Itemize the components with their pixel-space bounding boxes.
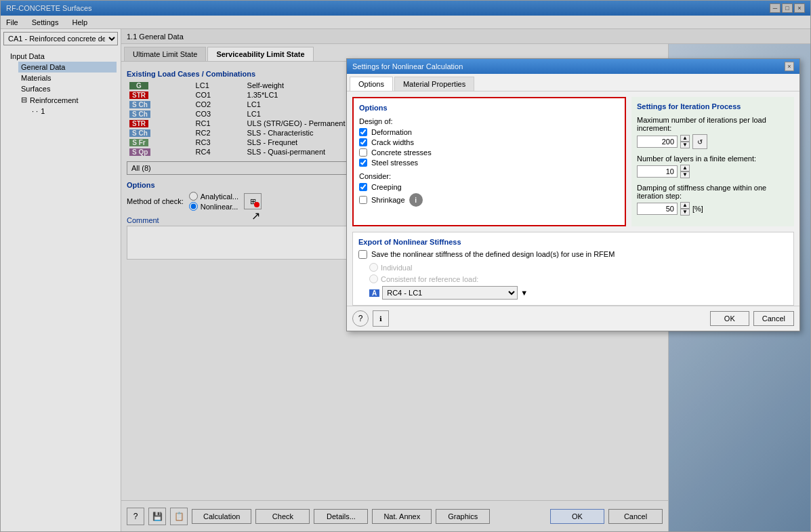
- setting-label-2: Number of layers in a finite element:: [637, 155, 789, 163]
- dialog-ok-btn[interactable]: OK: [710, 311, 749, 326]
- dialog-title-bar: Settings for Nonlinear Calculation ×: [347, 59, 799, 74]
- dialog-help-btn[interactable]: ?: [352, 310, 369, 327]
- setting-input-row-3: ▲ ▼ [%]: [637, 202, 789, 216]
- setting-label-3: Damping of stiffness change within one i…: [637, 184, 789, 200]
- export-checkbox-label: Save the nonlinear stiffness of the defi…: [371, 250, 615, 258]
- setting-input-row-1: ▲ ▼ ↺: [637, 134, 789, 149]
- percent-label: [%]: [692, 205, 703, 213]
- checkbox-concrete-stresses: Concrete stresses: [359, 148, 619, 157]
- dialog-tab-material[interactable]: Material Properties: [394, 77, 474, 91]
- dialog-info-btn[interactable]: ℹ: [373, 310, 389, 327]
- export-individual: Individual: [369, 263, 788, 272]
- spin-group-2: ▲ ▼: [680, 165, 690, 178]
- options-panel: Options Design of: Deformation Crack wid…: [352, 97, 626, 226]
- spin-down-2[interactable]: ▼: [680, 171, 690, 178]
- spin-up-2[interactable]: ▲: [680, 165, 690, 171]
- creeping-label: Creeping: [371, 183, 402, 191]
- settings-panel-title: Settings for Iteration Process: [637, 102, 789, 110]
- chevron-down-icon: ▼: [520, 289, 528, 297]
- setting-input-3[interactable]: [637, 203, 678, 215]
- export-title: Export of Nonlinear Stiffness: [358, 238, 788, 246]
- dialog-bottom: ? ℹ OK Cancel: [347, 306, 799, 331]
- modal-overlay: Settings for Nonlinear Calculation × Opt…: [1, 1, 810, 531]
- options-panel-title: Options: [359, 104, 619, 112]
- checkbox-deformation: Deformation: [359, 128, 619, 136]
- spin-up-3[interactable]: ▲: [680, 202, 690, 209]
- settings-dialog: Settings for Nonlinear Calculation × Opt…: [346, 58, 800, 331]
- reset-btn-1[interactable]: ↺: [692, 134, 707, 149]
- consider-label: Consider:: [359, 172, 619, 180]
- crack-widths-label: Crack widths: [371, 138, 414, 146]
- export-select[interactable]: RC4 - LC1: [382, 286, 518, 300]
- export-checkbox-row: Save the nonlinear stiffness of the defi…: [358, 250, 788, 259]
- export-select-row: A RC4 - LC1 ▼: [369, 286, 788, 300]
- main-window: RF-CONCRETE Surfaces ─ □ × File Settings…: [0, 0, 811, 532]
- setting-input-2[interactable]: [637, 165, 678, 178]
- settings-panel: Settings for Iteration Process Maximum n…: [631, 97, 794, 226]
- crack-widths-checkbox[interactable]: [359, 138, 367, 146]
- setting-row-2: Number of layers in a finite element: ▲ …: [637, 155, 789, 178]
- dialog-upper: Options Design of: Deformation Crack wid…: [347, 91, 799, 232]
- dialog-tab-bar: Options Material Properties: [347, 74, 799, 91]
- checkbox-creeping: Creeping: [359, 183, 619, 191]
- concrete-stresses-label: Concrete stresses: [371, 148, 432, 157]
- export-consistent: Consistent for reference load:: [369, 274, 788, 283]
- steel-stresses-label: Steel stresses: [371, 159, 418, 167]
- setting-input-row-2: ▲ ▼: [637, 165, 789, 178]
- concrete-stresses-checkbox[interactable]: [359, 148, 367, 157]
- dialog-tab-options[interactable]: Options: [350, 77, 393, 91]
- dialog-title: Settings for Nonlinear Calculation: [352, 62, 463, 70]
- creeping-checkbox[interactable]: [359, 183, 367, 191]
- deformation-label: Deformation: [371, 128, 412, 136]
- steel-stresses-checkbox[interactable]: [359, 159, 367, 167]
- spin-up-1[interactable]: ▲: [680, 135, 690, 142]
- dialog-cancel-btn[interactable]: Cancel: [753, 311, 794, 326]
- individual-label: Individual: [381, 264, 412, 272]
- setting-row-3: Damping of stiffness change within one i…: [637, 184, 789, 216]
- checkbox-crack-widths: Crack widths: [359, 138, 619, 146]
- setting-label-1: Maximum number of iterations per load in…: [637, 116, 789, 132]
- export-section: Export of Nonlinear Stiffness Save the n…: [352, 232, 794, 306]
- dialog-close-btn[interactable]: ×: [785, 62, 794, 71]
- consistent-radio: [369, 274, 378, 283]
- setting-input-1[interactable]: [637, 136, 678, 148]
- shrinkage-checkbox[interactable]: [359, 196, 367, 204]
- a-tag: A: [369, 289, 379, 297]
- export-options: Individual Consistent for reference load…: [358, 263, 788, 300]
- shrinkage-label: Shrinkage: [371, 196, 405, 204]
- info-icon[interactable]: i: [409, 193, 423, 207]
- export-checkbox[interactable]: [358, 250, 367, 259]
- consistent-label: Consistent for reference load:: [381, 275, 478, 283]
- spin-down-1[interactable]: ▼: [680, 142, 690, 148]
- spin-down-3[interactable]: ▼: [680, 209, 690, 216]
- deformation-checkbox[interactable]: [359, 128, 367, 136]
- setting-row-1: Maximum number of iterations per load in…: [637, 116, 789, 149]
- individual-radio: [369, 263, 378, 272]
- checkbox-steel-stresses: Steel stresses: [359, 159, 619, 167]
- design-label: Design of:: [359, 117, 619, 125]
- spin-group-1: ▲ ▼: [680, 135, 690, 148]
- spin-group-3: ▲ ▼: [680, 202, 690, 216]
- checkbox-shrinkage: Shrinkage i: [359, 193, 619, 207]
